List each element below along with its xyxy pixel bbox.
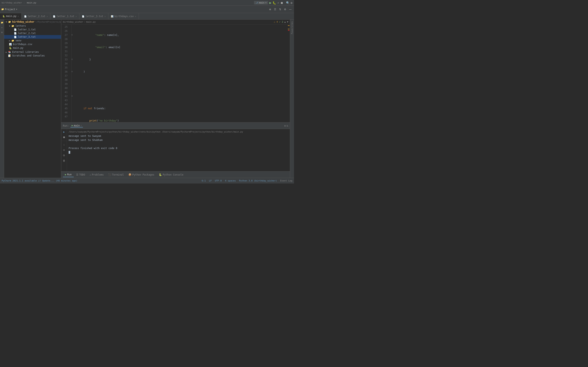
tree-letter3[interactable]: 📄 letter_3.txt (4, 35, 61, 39)
letter1-label: letter_1.txt (18, 28, 36, 31)
text-file-icon3: 📄 (82, 15, 84, 17)
bottom-tab-run[interactable]: ▶ Run (63, 172, 74, 177)
tab-main-py[interactable]: 🐍 main.py ✕ (0, 13, 22, 19)
run-cursor-line (69, 150, 288, 154)
warning-count: ⚠ 4 (274, 21, 278, 23)
run-copy-btn[interactable]: ⧉ (62, 153, 66, 157)
interpreter-info[interactable]: Python 3.8 (birthday_wisher) (239, 179, 277, 182)
favorites-label: Favorites (291, 21, 293, 34)
run-side-tools: ▶ ⏹ ⇩ ⊟ ⧉ 🗑 (61, 129, 67, 171)
scroll-down-icon[interactable]: ▼ (287, 21, 288, 23)
run-clear-btn[interactable]: 🗑 (62, 159, 66, 163)
run-output[interactable]: /Users/swayam/PycharmProjects/python/bir… (67, 129, 290, 171)
tab-birthdays[interactable]: 📊 birthdays.csv ✕ (108, 13, 139, 19)
run-expand-icon[interactable]: ⇱ (287, 124, 288, 127)
status-right: 6:1 LF UTF-8 4 spaces Python 3.8 (birthd… (202, 179, 292, 182)
tree-scratches[interactable]: 📝 Scratches and Consoles (4, 54, 61, 58)
branch-selector[interactable]: ⎇ main ▼ (254, 1, 268, 4)
event-log[interactable]: Event Log (280, 179, 292, 182)
tab-letter3[interactable]: 📄 letter_3.txt ✕ (79, 13, 108, 19)
scope-btn[interactable]: ⊕ (268, 7, 272, 11)
run-output-line-1: message sent to Swayam (69, 134, 288, 138)
line-ending[interactable]: LF (209, 179, 212, 182)
project-name: birthday_wisher (2, 1, 22, 4)
stop-button[interactable]: ⏹ (280, 1, 283, 4)
fold-42[interactable]: ⊟ (71, 95, 73, 97)
project-label[interactable]: Project (5, 8, 15, 11)
project-side-icon[interactable]: 📁 (0, 21, 4, 24)
tree-external-libs[interactable]: ▶ 📚 External Libraries (4, 50, 61, 54)
run-tab-main[interactable]: ▶ main ✕ (70, 124, 83, 127)
bottom-tab-problems[interactable]: ⚠ Problems (87, 173, 106, 177)
run-button[interactable]: ▶ (269, 1, 271, 5)
branch-dropdown-icon: ▼ (265, 2, 267, 4)
project-dropdown-icon[interactable]: ▼ (16, 8, 17, 10)
error-stripe-1 (288, 30, 290, 31)
cursor-position[interactable]: 6:1 (202, 179, 206, 182)
tab-letter1[interactable]: 📄 letter_1.txt ✕ (51, 13, 79, 19)
scroll-up-icon[interactable]: ▲ (285, 21, 286, 23)
root-path: ~/PycharmProjects/py (35, 21, 61, 23)
bottom-tab-python-console[interactable]: 🐍 Python Console (157, 173, 185, 177)
bottom-tab-python-packages[interactable]: 📦 Python Packages (126, 173, 156, 177)
inspection-widget: ⚠ 4 ✓ 2 ▲ ▼ (274, 21, 288, 23)
title-bar-right: ⎇ main ▼ ▶ 🐛 ⚡ ⏹ 🔍 ⚙ (254, 1, 292, 5)
status-update-msg[interactable]: PyCharm 2021.1.1 available // Update... … (2, 179, 77, 182)
tree-main-py[interactable]: 🐍 main.py (4, 46, 61, 50)
bottom-tab-terminal[interactable]: ⬛ Terminal (106, 173, 126, 177)
debug-button[interactable]: 🐛 (273, 1, 276, 4)
bottom-tabs: ▶ Run ☰ TODO ⚠ Problems ⬛ Terminal 📦 Pyt… (61, 171, 290, 178)
run-filter-btn[interactable]: ⊟ (62, 148, 66, 152)
flatten-btn[interactable]: ☰ (273, 7, 277, 11)
close-panel-btn[interactable]: — (288, 7, 293, 11)
code-content[interactable]: "name": name[n], "email": email[n] } ) i (75, 25, 287, 122)
text-file-icon: 📄 (24, 15, 26, 17)
sort-btn[interactable]: ⇅ (278, 7, 282, 11)
structure-side-icon[interactable]: ⊞ (0, 31, 4, 34)
tab-letter2-close[interactable]: ✕ (47, 15, 48, 17)
letter3-icon: 📄 (14, 36, 17, 38)
encoding[interactable]: UTF-8 (215, 179, 222, 182)
tab-letter3-close[interactable]: ✕ (104, 15, 106, 17)
code-editor[interactable]: 25 26 27 28 29 30 31 32 33 34 35 36 37 3… (61, 25, 290, 122)
venv-icon: 📁 (11, 39, 15, 42)
run-scroll-btn[interactable]: ⇩ (62, 143, 66, 147)
favorites-side-icon[interactable]: ★ (0, 26, 4, 29)
letters-folder-icon: 📁 (11, 25, 15, 27)
settings-btn[interactable]: ⚙ (283, 7, 287, 11)
run-play-btn[interactable]: ▶ (62, 130, 66, 134)
text-file-icon2: 📄 (53, 15, 55, 17)
letters-label: letters (16, 25, 26, 27)
line-27: } (78, 58, 287, 62)
run-body: ▶ ⏹ ⇩ ⊟ ⧉ 🗑 /Users/swayam/PycharmProject… (61, 129, 290, 171)
search-button[interactable]: 🔍 (286, 1, 290, 4)
fold-27[interactable]: ⊟ (71, 34, 73, 36)
tree-letters-folder[interactable]: ▼ 📁 letters (4, 24, 61, 28)
packages-icon: 📦 (129, 173, 131, 176)
run-tab-close[interactable]: ✕ (80, 124, 82, 127)
run-settings-icon[interactable]: ⚙ (284, 124, 286, 127)
tab-letter2[interactable]: 📄 letter_2.txt ✕ (22, 13, 51, 19)
fold-36[interactable]: ⊟ (71, 70, 73, 73)
git-branch-icon: ⎇ (256, 1, 258, 4)
main-py-label: main.py (13, 47, 24, 49)
root-label: birthday_wisher (12, 20, 34, 23)
bottom-tab-todo[interactable]: ☰ TODO (74, 173, 87, 177)
tab-letter1-close[interactable]: ✕ (76, 15, 77, 17)
indent-info[interactable]: 4 spaces (225, 179, 236, 182)
fold-33[interactable]: ⊟ (71, 58, 73, 60)
tree-letter2[interactable]: 📄 letter_2.txt (4, 31, 61, 35)
line-26: "email": email[n] (78, 45, 287, 49)
tree-root[interactable]: ▼ 📁 birthday_wisher ~/PycharmProjects/py (4, 20, 61, 24)
settings-icon[interactable]: ⚙ (291, 1, 292, 4)
tab-main-py-close[interactable]: ✕ (18, 15, 19, 17)
fold-gutter: ⊟ ⊟ ⊟ ⊟ (71, 25, 75, 122)
birthdays-label: birthdays.csv (13, 43, 32, 46)
run-stop-btn[interactable]: ⏹ (62, 135, 66, 139)
tab-birthdays-close[interactable]: ✕ (135, 15, 136, 17)
coverage-button[interactable]: ⚡ (277, 1, 279, 4)
tree-letter1[interactable]: 📄 letter_1.txt (4, 28, 61, 31)
root-arrow: ▼ (6, 21, 8, 23)
tree-venv[interactable]: ▶ 📁 venv (4, 39, 61, 42)
tree-birthdays-csv[interactable]: 📊 birthdays.csv (4, 42, 61, 46)
